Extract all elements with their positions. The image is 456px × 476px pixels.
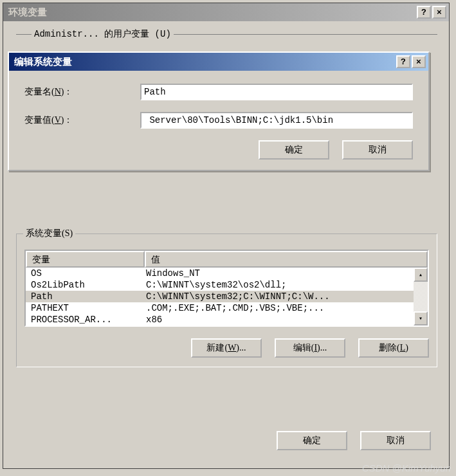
table-row[interactable]: Os2LibPathC:\WINNT\system32\os2\dll; (26, 279, 414, 291)
col-variable[interactable]: 变量 (26, 251, 145, 268)
cell-val: x86 (145, 315, 414, 325)
user-vars-group-partial: Administr... 的用户变量 (U) (16, 34, 437, 53)
var-name-label: 变量名(N)： (24, 86, 140, 98)
delete-button[interactable]: 删除(L) (358, 338, 429, 358)
scroll-down-icon[interactable]: ▾ (414, 311, 428, 325)
outer-cancel-button[interactable]: 取消 (360, 431, 431, 450)
cell-val: C:\WINNT\system32;C:\WINNT;C:\W... (145, 291, 414, 302)
new-button[interactable]: 新建(W)... (191, 338, 262, 358)
user-vars-label: Administr... 的用户变量 (U) (32, 28, 174, 40)
var-value-input[interactable] (140, 112, 413, 129)
system-vars-list[interactable]: 变量 值 OSWindows_NTOs2LibPathC:\WINNT\syst… (24, 250, 429, 327)
cell-var: PATHEXT (26, 303, 145, 313)
edit-dialog: 编辑系统变量 ? × 变量名(N)： 变量值(V)： 确定 取消 (8, 51, 430, 171)
table-row[interactable]: PROCESSOR_AR...x86 (26, 314, 414, 325)
outer-titlebar: 环境变量 ? × (3, 3, 449, 21)
edit-title: 编辑系统变量 (12, 56, 395, 68)
system-vars-label: 系统变量(S) (23, 228, 75, 239)
help-button[interactable]: ? (417, 6, 431, 19)
col-value[interactable]: 值 (145, 251, 428, 268)
table-row[interactable]: PATHEXT.COM;.EXE;.BAT;.CMD;.VBS;.VBE;... (26, 302, 414, 314)
edit-button[interactable]: 编辑(I)... (275, 338, 345, 358)
edit-close-button[interactable]: × (412, 55, 426, 68)
var-value-label: 变量值(V)： (24, 114, 140, 126)
system-vars-group: 系统变量(S) 变量 值 OSWindows_NTOs2LibPathC:\WI… (16, 233, 437, 367)
edit-titlebar: 编辑系统变量 ? × (9, 53, 428, 71)
scrollbar[interactable]: ▴ ▾ (414, 268, 428, 325)
table-row[interactable]: PathC:\WINNT\system32;C:\WINNT;C:\W... (26, 291, 414, 302)
outer-ok-button[interactable]: 确定 (277, 431, 347, 450)
cell-var: OS (26, 268, 145, 279)
cell-val: Windows_NT (145, 268, 414, 279)
cell-val: .COM;.EXE;.BAT;.CMD;.VBS;.VBE;... (145, 303, 414, 313)
list-header: 变量 值 (26, 251, 428, 268)
edit-help-button[interactable]: ? (396, 55, 410, 68)
close-button[interactable]: × (432, 6, 446, 19)
scroll-track[interactable] (414, 282, 428, 311)
scroll-up-icon[interactable]: ▴ (414, 268, 428, 282)
footer-buttons: 确定 取消 (277, 431, 431, 450)
edit-ok-button[interactable]: 确定 (259, 140, 329, 160)
cell-var: Os2LibPath (26, 280, 145, 290)
edit-cancel-button[interactable]: 取消 (342, 140, 413, 160)
cell-var: Path (26, 291, 145, 302)
table-row[interactable]: OSWindows_NT (26, 268, 414, 279)
cell-var: PROCESSOR_AR... (26, 315, 145, 325)
cell-val: C:\WINNT\system32\os2\dll; (145, 280, 414, 290)
var-name-input[interactable] (140, 84, 413, 100)
outer-title: 环境变量 (6, 6, 415, 19)
